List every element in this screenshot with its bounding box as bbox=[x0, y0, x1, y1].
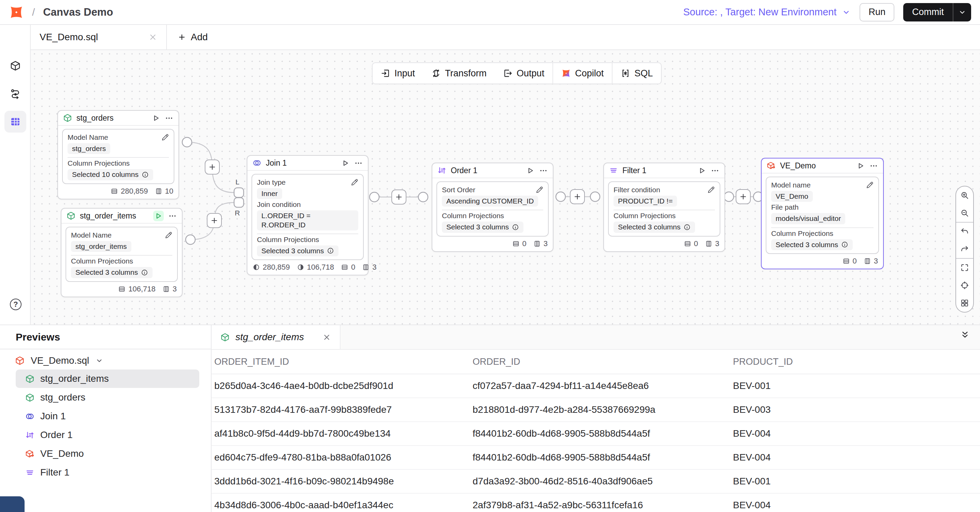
zoom-in-icon bbox=[960, 191, 969, 200]
environment-switcher[interactable]: Source: , Target: New Environment bbox=[683, 6, 851, 18]
table-row[interactable]: af41b8c0-9f5d-44d9-bb7d-7800c49be134 f84… bbox=[212, 422, 980, 446]
output-port[interactable] bbox=[186, 235, 195, 244]
output-port[interactable] bbox=[724, 192, 733, 201]
zoom-out-button[interactable] bbox=[956, 204, 973, 222]
output-port[interactable] bbox=[369, 192, 379, 202]
cell: 3ddd1b6d-3021-4f16-b09c-980214b9498e bbox=[214, 476, 473, 487]
edit-pencil-icon[interactable] bbox=[707, 186, 715, 194]
table-row[interactable]: ed604c75-dfe9-4780-81ba-b88a0fa01026 f84… bbox=[212, 446, 980, 470]
node-play-button[interactable] bbox=[341, 159, 350, 167]
rail-item-lineage[interactable] bbox=[5, 83, 26, 105]
node-filter-1[interactable]: Filter 1 Filter condition PRODUCT_ID != … bbox=[603, 163, 725, 252]
node-stg-order-items[interactable]: stg_order_items Model Name stg_order_ite… bbox=[61, 208, 183, 297]
rail-item-models[interactable] bbox=[5, 55, 26, 77]
edge-add-button[interactable] bbox=[736, 189, 751, 204]
close-icon[interactable] bbox=[323, 333, 331, 342]
output-port[interactable] bbox=[182, 137, 192, 147]
tab-ve-demo-sql[interactable]: VE_Demo.sql bbox=[31, 25, 167, 49]
tree-item-filter-1[interactable]: Filter 1 bbox=[16, 463, 199, 482]
add-tab-button[interactable]: Add bbox=[167, 25, 219, 49]
tree-item-join-1[interactable]: Join 1 bbox=[16, 407, 199, 425]
node-title: Filter 1 bbox=[622, 166, 646, 175]
input-port[interactable] bbox=[418, 192, 428, 202]
canvas[interactable]: L R Input Transform Output Copilot SQL bbox=[31, 50, 980, 325]
edge-add-button[interactable] bbox=[391, 190, 406, 204]
info-icon[interactable] bbox=[142, 171, 149, 178]
node-menu-button[interactable] bbox=[539, 166, 548, 175]
edit-pencil-icon[interactable] bbox=[161, 133, 169, 141]
node-play-button[interactable] bbox=[152, 114, 161, 122]
toolbar-input-button[interactable]: Input bbox=[372, 63, 423, 84]
run-button[interactable]: Run bbox=[859, 3, 894, 21]
node-menu-button[interactable] bbox=[711, 166, 719, 175]
tree-item-ve-demo[interactable]: VE_Demo bbox=[16, 444, 199, 463]
table-row[interactable]: b265d0a4-3c46-4ae4-b0db-dcbe25df901d cf0… bbox=[212, 374, 980, 398]
node-menu-button[interactable] bbox=[354, 159, 363, 167]
tree-item-stg-order-items[interactable]: stg_order_items bbox=[16, 369, 199, 388]
node-stg-orders[interactable]: stg_orders Model Name stg_orders Column … bbox=[57, 110, 179, 200]
toolbar-transform-button[interactable]: Transform bbox=[423, 63, 495, 84]
undo-button[interactable] bbox=[956, 223, 973, 240]
param-label: Model Name bbox=[68, 133, 169, 141]
join-right-port[interactable] bbox=[234, 198, 243, 207]
help-button[interactable]: ? bbox=[10, 299, 22, 310]
commit-split-button[interactable]: Commit bbox=[903, 3, 971, 21]
rows-icon bbox=[111, 187, 118, 195]
edit-pencil-icon[interactable] bbox=[164, 231, 173, 239]
zoom-in-button[interactable] bbox=[956, 187, 973, 204]
table-row[interactable]: 513173b7-82d4-4176-aa7f-99b8389fede7 b21… bbox=[212, 398, 980, 422]
column-count: 3 bbox=[162, 285, 177, 293]
table-row[interactable]: 4b34d8d6-3006-4b0c-aaad-b40ef1a344ec 2af… bbox=[212, 494, 980, 512]
info-icon[interactable] bbox=[841, 241, 848, 248]
output-icon bbox=[503, 68, 512, 78]
node-play-button[interactable] bbox=[153, 211, 164, 221]
edit-pencil-icon[interactable] bbox=[866, 181, 874, 189]
info-icon[interactable] bbox=[512, 224, 519, 231]
tree-item-order-1[interactable]: Order 1 bbox=[16, 426, 199, 444]
node-order-1[interactable]: Order 1 Sort Order Ascending CUSTOMER_ID… bbox=[432, 163, 554, 252]
preview-tab-stg-order-items[interactable]: stg_order_items bbox=[212, 325, 340, 349]
double-chevron-down-icon bbox=[960, 330, 970, 339]
input-port[interactable] bbox=[590, 192, 600, 201]
toolbar-output-button[interactable]: Output bbox=[495, 63, 552, 84]
table-row[interactable]: 3ddd1b6d-3021-4f16-b09c-980214b9498e d7d… bbox=[212, 470, 980, 494]
fit-view-button[interactable] bbox=[956, 259, 973, 276]
node-play-button[interactable] bbox=[526, 166, 535, 175]
redo-button[interactable] bbox=[956, 240, 973, 258]
node-menu-button[interactable] bbox=[168, 212, 177, 220]
tree-root-label: VE_Demo.sql bbox=[31, 355, 89, 366]
collapse-panel-button[interactable] bbox=[960, 330, 970, 339]
info-icon[interactable] bbox=[684, 224, 690, 231]
chat-widget-button[interactable] bbox=[0, 496, 25, 512]
edit-pencil-icon[interactable] bbox=[350, 178, 359, 187]
layout-grid-button[interactable] bbox=[956, 294, 973, 312]
tree-root-ve-demo-sql[interactable]: VE_Demo.sql bbox=[0, 352, 211, 369]
edge-add-button[interactable] bbox=[205, 160, 220, 174]
toolbar-output-label: Output bbox=[517, 68, 544, 79]
output-port[interactable] bbox=[556, 192, 565, 201]
node-play-button[interactable] bbox=[698, 166, 706, 175]
edge-add-button[interactable] bbox=[570, 189, 585, 204]
commit-menu-button[interactable] bbox=[953, 3, 971, 21]
toolbar-copilot-button[interactable]: Copilot bbox=[553, 63, 612, 84]
edge-add-button[interactable] bbox=[207, 213, 222, 228]
info-icon[interactable] bbox=[327, 247, 334, 254]
tree-item-stg-orders[interactable]: stg_orders bbox=[16, 388, 199, 407]
row-count: 0 bbox=[684, 239, 698, 248]
edit-pencil-icon[interactable] bbox=[535, 186, 544, 194]
chevron-down-icon[interactable] bbox=[95, 357, 103, 365]
rail-item-visual-editor[interactable] bbox=[5, 111, 26, 133]
projections-pill: Selected 3 columns bbox=[257, 246, 339, 256]
commit-button[interactable]: Commit bbox=[903, 3, 953, 21]
node-ve-demo[interactable]: VE_Demo Model name VE_Demo File path mod… bbox=[761, 158, 884, 269]
join-left-port[interactable] bbox=[234, 188, 243, 197]
param-label: Column Projections bbox=[71, 257, 172, 265]
center-view-button[interactable] bbox=[956, 276, 973, 294]
info-icon[interactable] bbox=[141, 269, 148, 276]
node-menu-button[interactable] bbox=[165, 114, 173, 122]
node-menu-button[interactable] bbox=[869, 162, 878, 170]
close-icon[interactable] bbox=[148, 33, 157, 41]
node-play-button[interactable] bbox=[856, 162, 865, 170]
node-join-1[interactable]: Join 1 Join type Inner Join condition L.… bbox=[247, 155, 369, 276]
toolbar-sql-button[interactable]: SQL bbox=[612, 63, 661, 84]
